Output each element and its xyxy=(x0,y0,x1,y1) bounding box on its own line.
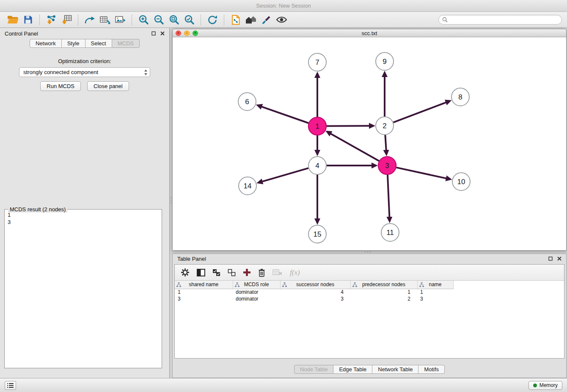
minimize-window-button[interactable]: − xyxy=(184,30,190,36)
graph-node-2[interactable]: 2 xyxy=(376,117,394,135)
float-panel-icon[interactable] xyxy=(548,257,553,261)
graph-node-9[interactable]: 9 xyxy=(376,52,394,70)
task-history-button[interactable] xyxy=(5,381,16,390)
column-header-predecessor-nodes[interactable]: predecessor nodes xyxy=(350,281,417,289)
graph-edge-3-10[interactable] xyxy=(396,168,446,179)
svg-text:14: 14 xyxy=(244,182,252,190)
cell-mcds-role[interactable]: dominator xyxy=(233,295,280,302)
graph-node-8[interactable]: 8 xyxy=(451,88,469,106)
graph-node-15[interactable]: 15 xyxy=(308,225,326,243)
graph-node-14[interactable]: 14 xyxy=(239,177,256,195)
status-bar: Memory xyxy=(0,378,567,392)
cell-name[interactable]: 3 xyxy=(417,295,453,302)
graph-node-1[interactable]: 1 xyxy=(308,117,326,135)
zoom-window-button[interactable]: + xyxy=(193,30,198,36)
zoom-in-button[interactable] xyxy=(136,14,151,26)
svg-text:10: 10 xyxy=(457,178,465,186)
cell-mcds-role[interactable]: dominator xyxy=(233,289,280,295)
export-image-button[interactable] xyxy=(113,14,128,26)
import-table-button[interactable] xyxy=(59,14,74,26)
graph-edge-4-14[interactable] xyxy=(262,168,308,182)
cell-successor-nodes[interactable]: 3 xyxy=(280,295,350,302)
save-session-button[interactable] xyxy=(20,14,36,26)
graph-node-4[interactable]: 4 xyxy=(308,157,326,174)
select-all-rows-button[interactable] xyxy=(212,269,220,276)
close-window-button[interactable]: × xyxy=(176,30,181,36)
clone-network-button[interactable] xyxy=(82,14,97,26)
criterion-select[interactable]: strongly connected component xyxy=(19,67,150,77)
zoom-selected-icon xyxy=(184,14,195,25)
node-table-area: f(x) shared nameMCDS rolesuccessor nodes… xyxy=(174,264,564,359)
table-panel: Table Panel xyxy=(172,254,567,378)
graph-node-3[interactable]: 3 xyxy=(378,157,396,174)
tab-node-table[interactable]: Node Table xyxy=(294,365,334,374)
import-network-button[interactable] xyxy=(44,14,59,26)
table-settings-button[interactable] xyxy=(181,268,190,277)
graph-edge-2-8[interactable] xyxy=(394,102,446,122)
graph-edge-3-11[interactable] xyxy=(388,175,389,217)
horizontal-splitter[interactable] xyxy=(172,251,567,254)
close-panel-icon[interactable] xyxy=(557,257,561,261)
graph-edge-1-2[interactable] xyxy=(327,126,369,126)
zoom-out-button[interactable] xyxy=(151,14,166,26)
column-header-name[interactable]: name xyxy=(417,281,453,289)
close-panel-icon[interactable] xyxy=(160,31,165,36)
cell-shared-name[interactable]: 3 xyxy=(175,295,233,302)
table-row[interactable]: 3dominator323 xyxy=(175,295,453,302)
refresh-view-button[interactable] xyxy=(205,14,220,26)
column-tree-icon xyxy=(176,282,181,288)
float-panel-icon[interactable] xyxy=(151,31,156,36)
memory-button[interactable]: Memory xyxy=(528,381,562,390)
show-column-button[interactable] xyxy=(197,269,205,276)
tab-select[interactable]: Select xyxy=(85,39,112,48)
create-column-button[interactable] xyxy=(243,268,251,276)
graph-node-7[interactable]: 7 xyxy=(308,53,326,71)
home-button[interactable] xyxy=(243,14,259,26)
zoom-selected-button[interactable] xyxy=(182,14,197,26)
cell-name[interactable]: 1 xyxy=(417,289,453,295)
search-input[interactable] xyxy=(450,17,558,23)
run-mcds-button[interactable]: Run MCDS xyxy=(40,81,81,91)
graph-edge-1-6[interactable] xyxy=(261,107,308,123)
delete-column-button[interactable] xyxy=(258,268,265,277)
main-area: Control Panel NetworkStyleSelectMCDS Opt… xyxy=(0,28,567,378)
graph-edge-2-3[interactable] xyxy=(385,135,386,150)
tab-motifs[interactable]: Motifs xyxy=(418,365,445,374)
toolbar-separator xyxy=(224,14,224,25)
tab-mcds[interactable]: MCDS xyxy=(112,39,140,48)
gear-icon xyxy=(181,268,190,277)
network-file-button[interactable] xyxy=(228,14,243,26)
tab-edge-table[interactable]: Edge Table xyxy=(333,365,372,374)
window-titlebar: Session: New Session xyxy=(0,0,567,12)
cell-predecessor-nodes[interactable]: 1 xyxy=(350,289,417,295)
network-canvas[interactable]: 7968124314101511 xyxy=(173,37,566,250)
column-header-successor-nodes[interactable]: successor nodes xyxy=(280,281,350,289)
tab-style[interactable]: Style xyxy=(62,39,85,48)
delete-table-button[interactable] xyxy=(272,269,283,276)
export-image-icon xyxy=(115,15,126,25)
tab-network[interactable]: Network xyxy=(30,39,62,48)
new-network-from-table-button[interactable] xyxy=(97,14,113,26)
column-header-shared-name[interactable]: shared name xyxy=(175,281,233,289)
svg-text:3: 3 xyxy=(385,162,389,170)
style-button[interactable] xyxy=(259,14,274,26)
graph-node-10[interactable]: 10 xyxy=(452,173,470,190)
open-session-button[interactable] xyxy=(5,14,20,26)
cell-shared-name[interactable]: 1 xyxy=(175,289,233,295)
zoom-fit-button[interactable] xyxy=(166,14,182,26)
graph-node-6[interactable]: 6 xyxy=(238,93,256,110)
cell-predecessor-nodes[interactable]: 2 xyxy=(350,295,417,302)
table-row[interactable]: 1dominator411 xyxy=(175,289,453,295)
close-panel-button[interactable]: Close panel xyxy=(87,81,129,91)
tab-network-table[interactable]: Network Table xyxy=(372,365,418,374)
svg-text:1: 1 xyxy=(315,122,319,130)
deselect-all-rows-button[interactable] xyxy=(228,269,236,276)
zoom-out-icon xyxy=(154,14,164,25)
select-all-icon xyxy=(212,269,220,276)
function-builder-button[interactable]: f(x) xyxy=(290,268,300,277)
column-header-mcds-role[interactable]: MCDS role xyxy=(233,281,280,289)
cell-successor-nodes[interactable]: 4 xyxy=(280,289,350,295)
graph-node-11[interactable]: 11 xyxy=(381,224,399,241)
graph-edge-3-1[interactable] xyxy=(330,134,379,161)
show-hide-button[interactable] xyxy=(274,14,289,26)
